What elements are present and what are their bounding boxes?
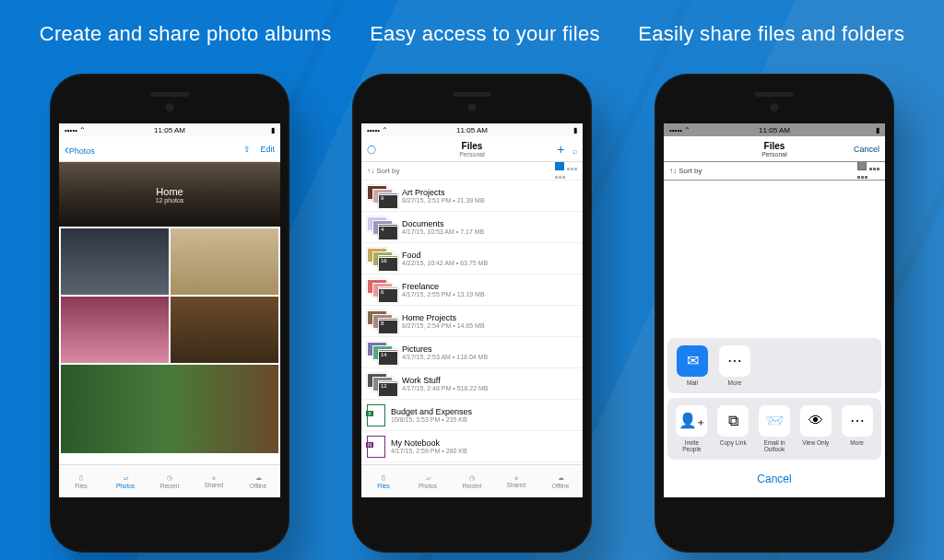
page-title: Files <box>361 141 583 151</box>
list-item[interactable]: 14Pictures4/17/15, 2:53 AM • 118.04 MB <box>361 337 583 368</box>
recent-icon: ◷ <box>167 474 172 482</box>
view-list-icon[interactable] <box>857 161 867 170</box>
back-button[interactable]: ‹Photos <box>65 142 95 157</box>
tab-recent[interactable]: ◷Recent <box>450 465 494 497</box>
photo-tile[interactable] <box>61 365 278 453</box>
folder-thumb: 12 <box>367 373 396 395</box>
account-icon[interactable]: ◯ <box>367 145 376 154</box>
item-meta: 10/8/15, 3:53 PM • 235 KB <box>391 416 472 423</box>
share-option-email-in-outlook[interactable]: 📨Email in Outlook <box>758 405 792 452</box>
list-item[interactable]: XBudget and Expenses10/8/15, 3:53 PM • 2… <box>361 400 583 431</box>
count-badge: 9 <box>378 194 398 209</box>
view-list-icon[interactable] <box>555 161 564 170</box>
list-item[interactable]: 6Freelance4/17/15, 2:55 PM • 13.19 MB <box>361 274 583 306</box>
share-option-more[interactable]: ⋯More <box>717 345 752 386</box>
share-option-view-only[interactable]: 👁View Only <box>798 405 832 452</box>
tab-files[interactable]: ▯Files <box>361 465 406 497</box>
list-item[interactable]: 12Work Stuff4/17/15, 2:48 PM • 518.22 MB <box>361 368 583 400</box>
nav-bar: ‹Photos ⇪ Edit <box>59 136 280 162</box>
share-option-copy-link[interactable]: ⧉Copy Link <box>716 405 750 452</box>
album-hero[interactable]: Home 12 photos <box>59 162 280 227</box>
photo-tile[interactable] <box>61 297 169 363</box>
share-option-mail[interactable]: ✉Mail <box>675 345 710 386</box>
album-count: 12 photos <box>156 197 184 204</box>
search-icon[interactable]: ⌕ <box>572 146 577 156</box>
file-icon: N <box>367 436 385 458</box>
photos-icon: ▱ <box>124 474 128 482</box>
photo-tile[interactable] <box>171 297 278 363</box>
cancel-nav-button[interactable]: Cancel <box>854 145 879 154</box>
item-meta: 4/17/15, 2:59 PM • 280 KB <box>391 448 467 454</box>
nav-bar: ◯ Files Personal + ⌕ <box>361 136 583 162</box>
share-icon[interactable]: ⇪ <box>243 145 251 154</box>
tab-photos[interactable]: ▱Photos <box>103 465 148 497</box>
folder-thumb: 9 <box>367 185 396 207</box>
item-meta: 4/17/15, 2:55 PM • 13.19 MB <box>402 291 485 298</box>
app-icon: ⧉ <box>717 405 749 437</box>
item-meta: 8/27/15, 3:51 PM • 21.39 MB <box>402 197 485 204</box>
phone-files: ••••• ⌃ 11:05 AM ▮ ◯ Files Personal + ⌕ … <box>352 74 592 553</box>
item-meta: 4/17/15, 10:53 AM • 7.17 MB <box>402 228 484 235</box>
list-item[interactable]: 8Home Projects8/27/15, 2:54 PM • 14.65 M… <box>361 306 583 337</box>
tab-shared[interactable]: ⌾Shared <box>192 465 236 497</box>
list-item[interactable]: NMy Notebook4/17/15, 2:59 PM • 280 KB <box>361 431 583 462</box>
clock: 11:05 AM <box>361 126 583 134</box>
sort-button[interactable]: ↑↓ Sort by <box>669 167 702 175</box>
tab-photos[interactable]: ▱Photos <box>406 465 450 497</box>
tab-files[interactable]: ▯Files <box>59 465 103 497</box>
folder-thumb: 14 <box>367 342 396 364</box>
folder-thumb: 4 <box>367 216 396 239</box>
files-icon: ▯ <box>79 474 83 482</box>
folder-thumb: 16 <box>367 248 396 270</box>
page-subtitle: Personal <box>664 151 885 158</box>
cancel-button[interactable]: Cancel <box>667 464 881 494</box>
share-option-more[interactable]: ⋯More <box>840 405 874 452</box>
list-item[interactable]: 16Food4/22/15, 10:42 AM • 63.75 MB <box>361 243 583 274</box>
caption-3: Easily share files and folders <box>638 22 904 46</box>
nav-bar: Files Personal Cancel <box>664 136 885 162</box>
offline-icon: ☁ <box>558 474 564 482</box>
item-name: Pictures <box>402 344 488 354</box>
item-name: Work Stuff <box>402 376 489 385</box>
tab-recent[interactable]: ◷Recent <box>148 465 192 497</box>
share-option-invite-people[interactable]: 👤₊Invite People <box>675 405 709 452</box>
clock: 11:05 AM <box>664 126 885 134</box>
phone-photos: ••••• ⌃ 11:05 AM ▮ ‹Photos ⇪ Edit Home 1… <box>50 74 289 553</box>
item-name: Freelance <box>402 282 485 291</box>
item-name: Food <box>402 251 488 260</box>
count-badge: 14 <box>378 351 398 366</box>
share-sheet: ✉Mail⋯More 👤₊Invite People⧉Copy Link📨Ema… <box>667 338 881 494</box>
caption-1: Create and share photo albums <box>40 22 332 46</box>
count-badge: 4 <box>378 226 398 240</box>
item-meta: 4/22/15, 10:42 AM • 63.75 MB <box>402 260 488 266</box>
sort-button[interactable]: ↑↓ Sort by <box>367 167 400 175</box>
shared-icon: ⌾ <box>514 474 518 481</box>
phone-share: ••••• ⌃ 11:05 AM ▮ Files Personal Cancel… <box>655 74 894 553</box>
app-icon: ⋯ <box>842 405 873 437</box>
list-item[interactable]: 4Documents4/17/15, 10:53 AM • 7.17 MB <box>361 212 583 243</box>
status-bar: ••••• ⌃ 11:05 AM ▮ <box>59 123 280 136</box>
caption-2: Easy access to your files <box>370 22 600 46</box>
tab-shared[interactable]: ⌾Shared <box>494 465 538 497</box>
item-meta: 4/17/15, 2:48 PM • 518.22 MB <box>402 385 489 391</box>
app-icon: 👁 <box>800 405 832 437</box>
add-button[interactable]: + <box>557 142 564 157</box>
app-icon: ✉ <box>677 345 708 377</box>
photos-icon: ▱ <box>426 474 431 482</box>
tab-offline[interactable]: ☁Offline <box>538 465 583 497</box>
photo-tile[interactable] <box>61 228 169 295</box>
photo-tile[interactable] <box>171 228 278 295</box>
page-subtitle: Personal <box>361 151 583 158</box>
tab-bar: ▯Files▱Photos◷Recent⌾Shared☁Offline <box>361 464 583 497</box>
list-item[interactable]: 9Art Projects8/27/15, 3:51 PM • 21.39 MB <box>361 181 583 212</box>
item-name: Art Projects <box>402 188 485 197</box>
tab-offline[interactable]: ☁Offline <box>236 465 280 497</box>
edit-button[interactable]: Edit <box>260 145 275 154</box>
item-name: Documents <box>402 219 484 228</box>
offline-icon: ☁ <box>255 474 262 482</box>
shared-icon: ⌾ <box>212 474 216 481</box>
item-meta: 4/17/15, 2:53 AM • 118.04 MB <box>402 354 488 360</box>
item-name: My Notebook <box>391 438 467 448</box>
file-icon: X <box>367 404 385 426</box>
folder-thumb: 6 <box>367 279 396 301</box>
